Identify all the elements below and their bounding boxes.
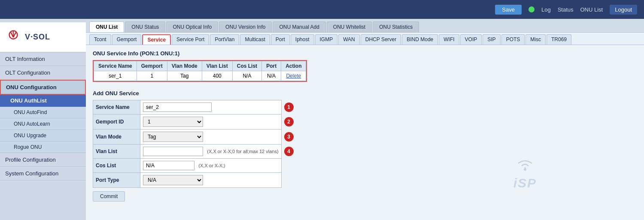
- service-name-input-cell: [140, 100, 282, 115]
- tab2-bind-mode[interactable]: BIND Mode: [402, 34, 438, 45]
- delete-link[interactable]: Delete: [286, 73, 301, 79]
- tab-onu-list[interactable]: ONU List: [89, 21, 124, 32]
- vlan-list-label: Vlan List: [93, 145, 140, 159]
- step-badge-1: 1: [284, 102, 294, 112]
- sidebar-item-system-config[interactable]: System Configuration: [0, 167, 86, 181]
- tab2-iphost[interactable]: Iphost: [291, 34, 314, 45]
- step-badge-4: 4: [284, 147, 294, 156]
- gemport-id-input-cell: 1 2 3 4: [140, 115, 282, 130]
- table-row: ser_1 1 Tag 400 N/A N/A Delete: [94, 71, 306, 81]
- service-table: Service Name Gemport Vlan Mode Vlan List…: [94, 61, 306, 81]
- vlan-mode-label: Vlan Mode: [93, 130, 140, 145]
- cos-list-hint: (X,X or X-X;): [196, 163, 225, 168]
- vlan-list-input-cell: (X,X or X-X;0 for all;max 12 vlans): [140, 145, 282, 159]
- sidebar-sub-onu-authlist[interactable]: ONU AuthList: [0, 95, 86, 107]
- tab2-port[interactable]: Port: [271, 34, 290, 45]
- status-dot: [529, 6, 535, 12]
- tab2-igmp[interactable]: IGMP: [315, 34, 338, 45]
- logo-text: V·SOL: [25, 33, 50, 42]
- form-row-cos-list: Cos List (X,X or X-X;): [93, 159, 297, 173]
- tab2-wifi[interactable]: WIFI: [439, 34, 459, 45]
- cell-cos-list: N/A: [232, 71, 261, 81]
- onu-list-link[interactable]: ONU List: [580, 6, 603, 13]
- col-cos-list: Cos List: [232, 61, 261, 71]
- col-port: Port: [262, 61, 281, 71]
- step-badge-3: 3: [284, 132, 294, 142]
- cell-vlan-mode: Tag: [167, 71, 202, 81]
- tab2-service[interactable]: Service: [142, 34, 171, 45]
- tab-bar1: ONU List ONU Status ONU Optical Info ONU…: [86, 19, 644, 33]
- tab2-sip[interactable]: SIP: [483, 34, 500, 45]
- save-button[interactable]: Save: [495, 5, 522, 15]
- cell-service-name: ser_1: [94, 71, 137, 81]
- tab-onu-status[interactable]: ONU Status: [125, 21, 165, 32]
- log-link[interactable]: Log: [541, 6, 551, 13]
- vlan-mode-input-cell: Tag Transparent Trunk: [140, 130, 282, 145]
- sidebar-sub-onu-autofind[interactable]: ONU AutoFind: [0, 107, 86, 118]
- port-type-select[interactable]: N/A ETH VEIP: [143, 175, 203, 185]
- add-onu-service-form: Service Name 1 Gemport ID: [93, 100, 297, 188]
- step-badge-2: 2: [284, 117, 294, 127]
- sidebar-sub-onu-upgrade[interactable]: ONU Upgrade: [0, 130, 86, 142]
- tab-onu-version-info[interactable]: ONU Version Info: [219, 21, 272, 32]
- tab-onu-statistics[interactable]: ONU Statistics: [373, 21, 419, 32]
- sidebar-sub-rogue-onu[interactable]: Rogue ONU: [0, 142, 86, 153]
- top-bar: Save Log Status ONU List Logout: [0, 0, 644, 19]
- tab2-misc[interactable]: Misc: [526, 34, 546, 45]
- logout-button[interactable]: Logout: [610, 5, 637, 15]
- status-link[interactable]: Status: [558, 6, 574, 13]
- col-gemport: Gemport: [137, 61, 167, 71]
- isp-wifi-icon: [514, 157, 536, 176]
- vlan-list-hint: (X,X or X-X;0 for all;max 12 vlans): [204, 149, 278, 154]
- tab2-voip[interactable]: VOIP: [460, 34, 482, 45]
- cos-list-label: Cos List: [93, 159, 140, 173]
- form-row-vlan-list: Vlan List (X,X or X-X;0 for all;max 12 v…: [93, 145, 297, 159]
- sidebar-sub-onu-autolearn[interactable]: ONU AutoLearn: [0, 118, 86, 130]
- cell-action[interactable]: Delete: [281, 71, 306, 81]
- cell-vlan-list: 400: [202, 71, 232, 81]
- tab2-multicast[interactable]: Multicast: [240, 34, 270, 45]
- tab2-wan[interactable]: WAN: [338, 34, 360, 45]
- service-table-container: Service Name Gemport Vlan Mode Vlan List…: [93, 60, 307, 82]
- form-row-service-name: Service Name 1: [93, 100, 297, 115]
- main-content: ONU List ONU Status ONU Optical Info ONU…: [86, 19, 644, 220]
- tab-onu-manual-add[interactable]: ONU Manual Add: [273, 21, 325, 32]
- commit-button[interactable]: Commit: [93, 191, 125, 202]
- onu-service-info-title: ONU Service Info (PON:1 ONU:1): [93, 50, 637, 57]
- sidebar-item-olt-info[interactable]: OLT Information: [0, 52, 86, 66]
- tab2-portvlan[interactable]: PortVlan: [210, 34, 239, 45]
- sidebar-item-olt-config[interactable]: OLT Configuration: [0, 66, 86, 80]
- vlan-mode-select[interactable]: Tag Transparent Trunk: [143, 132, 203, 142]
- form-row-gemport-id: Gemport ID 1 2 3 4 2: [93, 115, 297, 130]
- service-name-label: Service Name: [93, 100, 140, 115]
- tab-bar2: Tcont Gemport Service Service Port PortV…: [86, 33, 644, 45]
- tab2-dhcp-server[interactable]: DHCP Server: [361, 34, 401, 45]
- form-row-port-type: Port Type N/A ETH VEIP: [93, 173, 297, 188]
- svg-point-4: [524, 168, 526, 171]
- form-row-vlan-mode: Vlan Mode Tag Transparent Trunk 3: [93, 130, 297, 145]
- wifi-icon-svg: [514, 157, 536, 172]
- cos-list-input[interactable]: [143, 161, 194, 170]
- gemport-id-select[interactable]: 1 2 3 4: [143, 117, 203, 127]
- tab-onu-whitelist[interactable]: ONU Whitelist: [327, 21, 372, 32]
- tab2-tcont[interactable]: Tcont: [89, 34, 111, 45]
- gemport-id-label: Gemport ID: [93, 115, 140, 130]
- tab2-pots[interactable]: POTS: [501, 34, 525, 45]
- tab2-gemport[interactable]: Gemport: [112, 34, 142, 45]
- cell-gemport: 1: [137, 71, 167, 81]
- tab2-tr069[interactable]: TR069: [547, 34, 571, 45]
- tab-onu-optical-info[interactable]: ONU Optical Info: [166, 21, 218, 32]
- cell-port: N/A: [262, 71, 281, 81]
- col-vlan-mode: Vlan Mode: [167, 61, 202, 71]
- cos-list-input-cell: (X,X or X-X;): [140, 159, 282, 173]
- vlan-list-input[interactable]: [143, 147, 203, 156]
- tab2-service-port[interactable]: Service Port: [172, 34, 209, 45]
- service-name-input[interactable]: [143, 102, 212, 112]
- sidebar: V·SOL OLT Information OLT Configuration …: [0, 19, 86, 220]
- logo-area: V·SOL: [0, 22, 86, 52]
- sidebar-item-profile-config[interactable]: Profile Configuration: [0, 153, 86, 167]
- sidebar-item-onu-config[interactable]: ONU Configuration: [0, 80, 86, 95]
- content-area: ONU Service Info (PON:1 ONU:1) Service N…: [86, 45, 644, 220]
- isp-text: iSP: [513, 176, 537, 190]
- col-action: Action: [281, 61, 306, 71]
